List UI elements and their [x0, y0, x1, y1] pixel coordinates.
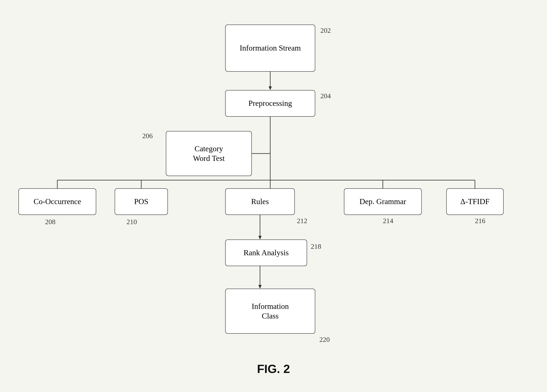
figure-label: FIG. 2 — [257, 362, 290, 376]
co-occurrence-node: Co-Occurrence — [18, 188, 96, 215]
co-occurrence-label: Co-Occurrence — [34, 197, 81, 206]
delta-tfidf-label: Δ-TFIDF — [460, 197, 490, 206]
ref-220: 220 — [319, 336, 330, 344]
ref-216: 216 — [475, 217, 485, 225]
ref-206: 206 — [142, 132, 153, 140]
ref-212: 212 — [297, 217, 307, 225]
rules-label: Rules — [251, 197, 269, 206]
ref-210: 210 — [127, 218, 137, 226]
ref-218: 218 — [311, 243, 321, 250]
svg-marker-12 — [258, 236, 262, 240]
ref-202: 202 — [320, 27, 331, 34]
ref-214: 214 — [383, 217, 393, 225]
ref-204: 204 — [320, 92, 331, 100]
svg-marker-14 — [258, 285, 262, 289]
pos-label: POS — [134, 197, 148, 206]
diagram-container: Information Stream 202 Preprocessing 204… — [0, 0, 547, 392]
preprocessing-node: Preprocessing — [225, 90, 315, 117]
preprocessing-label: Preprocessing — [248, 98, 292, 108]
information-stream-label: Information Stream — [240, 43, 301, 53]
dep-grammar-node: Dep. Grammar — [344, 188, 422, 215]
dep-grammar-label: Dep. Grammar — [359, 197, 406, 206]
information-class-node: InformationClass — [225, 289, 315, 334]
svg-marker-1 — [269, 86, 272, 90]
rank-analysis-node: Rank Analysis — [225, 240, 307, 266]
category-word-test-label: CategoryWord Test — [193, 144, 225, 163]
rules-node: Rules — [225, 188, 295, 215]
ref-208: 208 — [45, 218, 55, 226]
information-class-label: InformationClass — [252, 302, 289, 321]
pos-node: POS — [115, 188, 168, 215]
category-word-test-node: CategoryWord Test — [166, 131, 252, 176]
rank-analysis-label: Rank Analysis — [244, 248, 289, 258]
information-stream-node: Information Stream — [225, 25, 315, 72]
delta-tfidf-node: Δ-TFIDF — [446, 188, 504, 215]
